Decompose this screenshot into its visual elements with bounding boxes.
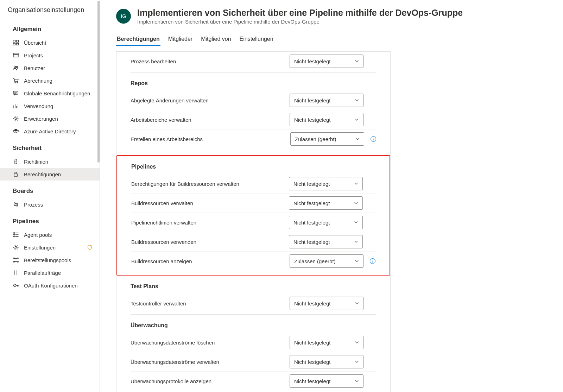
permission-row: Erstellen eines ArbeitsbereichsZulassen … (131, 129, 376, 148)
lock-icon (13, 171, 19, 177)
tab-mitglied-von[interactable]: Mitglied von (200, 33, 232, 46)
sidebar-item-label: Erweiterungen (24, 116, 58, 122)
sidebar-item-abrechnung[interactable]: Abrechnung (0, 74, 100, 87)
sidebar-section-heading: Sicherheit (0, 138, 100, 155)
sidebar-item-berechtigungen[interactable]: Berechtigungen (0, 168, 100, 181)
permission-dropdown[interactable]: Nicht festgelegt (290, 113, 363, 126)
permission-label: Buildressourcen anzeigen (131, 258, 290, 264)
permission-dropdown[interactable]: Nicht festgelegt (290, 297, 363, 310)
permission-row: Prozess bearbeitenNicht festgelegt (131, 52, 376, 71)
projects-icon (13, 52, 19, 58)
sidebar-item-oauth-konfigurationen[interactable]: OAuth-Konfigurationen (0, 279, 100, 292)
svg-rect-19 (14, 174, 18, 176)
permission-row: Arbeitsbereiche verwaltenNicht festgeleg… (131, 110, 376, 129)
permissions-panel: Prozess bearbeitenNicht festgelegtReposA… (116, 51, 391, 392)
agentpools-icon (13, 232, 19, 238)
sidebar-item-benutzer[interactable]: Benutzer (0, 62, 100, 74)
sidebar-item-label: OAuth-Konfigurationen (24, 283, 78, 289)
permission-label: Prozess bearbeiten (131, 58, 290, 64)
parallel-icon (13, 270, 19, 276)
permission-value: Nicht festgelegt (293, 239, 330, 245)
tab-berechtigungen[interactable]: Berechtigungen (116, 33, 160, 46)
sidebar-item-parallelauftr-ge[interactable]: Parallelaufträge (0, 266, 100, 279)
sidebar-section-heading: Boards (0, 181, 100, 198)
sidebar-item-label: Azure Active Directory (24, 128, 76, 134)
permission-value: Nicht festgelegt (293, 200, 330, 206)
permission-dropdown[interactable]: Nicht festgelegt (289, 216, 363, 229)
sidebar-item-richtlinien[interactable]: Richtlinien (0, 155, 100, 168)
chevron-down-icon (355, 137, 360, 141)
svg-rect-4 (13, 53, 18, 57)
sidebar-item-einstellungen[interactable]: Einstellungen (0, 241, 100, 254)
svg-point-8 (15, 82, 15, 83)
permission-dropdown[interactable]: Nicht festgelegt (289, 196, 363, 210)
process-icon (13, 201, 19, 208)
permission-dropdown[interactable]: Nicht festgelegt (290, 94, 363, 107)
svg-point-6 (14, 66, 16, 68)
permission-dropdown[interactable]: Nicht festgelegt (290, 55, 363, 68)
permission-dropdown[interactable]: Nicht festgelegt (289, 235, 363, 248)
sidebar-item-verwendung[interactable]: Verwendung (0, 100, 100, 112)
svg-rect-3 (17, 43, 19, 45)
sidebar-item-label: Einstellungen (24, 245, 56, 251)
permission-label: Arbeitsbereiche verwalten (131, 117, 290, 123)
sidebar-item-bereitstellungspools[interactable]: Bereitstellungspools (0, 254, 100, 266)
sidebar-item-globale-benachrichtigungen[interactable]: Globale Benachrichtigungen (0, 87, 100, 100)
permission-value: Nicht festgelegt (294, 97, 330, 103)
scrollbar-track[interactable] (97, 0, 100, 392)
permission-dropdown[interactable]: Zulassen (geerbt) (290, 132, 364, 146)
sidebar-item-label: Prozess (24, 202, 43, 208)
svg-point-18 (15, 159, 17, 161)
summary-icon (13, 39, 19, 46)
permission-dropdown[interactable]: Nicht festgelegt (289, 177, 363, 190)
chevron-down-icon (355, 379, 359, 383)
permission-dropdown[interactable]: Nicht festgelegt (290, 374, 363, 388)
tab-bar: BerechtigungenMitgliederMitglied vonEins… (116, 33, 552, 46)
permission-dropdown[interactable]: Nicht festgelegt (290, 355, 363, 368)
svg-point-23 (14, 234, 15, 235)
sidebar-item-prozess[interactable]: Prozess (0, 198, 100, 211)
sidebar-item-agent-pools[interactable]: Agent pools (0, 228, 100, 241)
svg-rect-10 (13, 91, 18, 94)
permission-value: Nicht festgelegt (294, 378, 330, 384)
permission-label: Abgelegte Änderungen verwalten (131, 97, 290, 103)
svg-point-28 (15, 247, 17, 248)
permission-dropdown[interactable]: Nicht festgelegt (290, 336, 363, 349)
permission-row: Pipelinerichtlinien verwaltenNicht festg… (131, 213, 375, 232)
permission-row: Überwachungsdatenströme löschenNicht fes… (131, 333, 376, 352)
svg-point-22 (14, 233, 15, 234)
permission-value: Zulassen (geerbt) (295, 136, 336, 142)
chevron-down-icon (355, 301, 359, 305)
info-icon[interactable]: i (371, 136, 376, 142)
usage-icon (13, 103, 19, 109)
permission-label: Berechtigungen für Buildressourcen verwa… (131, 181, 289, 187)
tab-einstellungen[interactable]: Einstellungen (239, 33, 274, 46)
svg-rect-1 (17, 40, 19, 42)
permission-section-title: Repos (131, 80, 376, 87)
sidebar-item-erweiterungen[interactable]: Erweiterungen (0, 112, 100, 125)
permission-value: Nicht festgelegt (293, 181, 330, 187)
sidebar-item--bersicht[interactable]: Übersicht (0, 36, 100, 49)
page-subtitle: Implementieren von Sicherheit über eine … (137, 19, 552, 25)
permission-value: Nicht festgelegt (293, 220, 330, 226)
sidebar-item-azure-active-directory[interactable]: Azure Active Directory (0, 125, 100, 138)
permission-row: Buildressourcen verwendenNicht festgeleg… (131, 232, 375, 252)
sidebar-item-label: Verwendung (24, 103, 53, 109)
sidebar-item-projects[interactable]: Projects (0, 49, 100, 62)
svg-point-24 (14, 236, 15, 237)
svg-rect-0 (13, 40, 15, 42)
sidebar-section-heading: Pipelines (0, 211, 100, 228)
sidebar-item-label: Abrechnung (24, 78, 52, 84)
permission-label: Überwachungsprotokolle anzeigen (131, 378, 290, 384)
tab-mitglieder[interactable]: Mitglieder (167, 33, 193, 46)
scrollbar-thumb[interactable] (97, 1, 100, 163)
permission-section-title: Pipelines (131, 164, 375, 170)
sidebar-item-label: Benutzer (24, 65, 45, 71)
info-icon[interactable]: i (370, 258, 375, 264)
gear-icon (13, 115, 19, 122)
permission-value: Nicht festgelegt (294, 117, 330, 123)
svg-point-17 (15, 118, 17, 120)
permission-row: Buildressourcen verwaltenNicht festgeleg… (131, 194, 375, 213)
permission-row: Überwachungsdatenströme verwaltenNicht f… (131, 352, 376, 372)
permission-dropdown[interactable]: Zulassen (geerbt) (290, 254, 363, 268)
